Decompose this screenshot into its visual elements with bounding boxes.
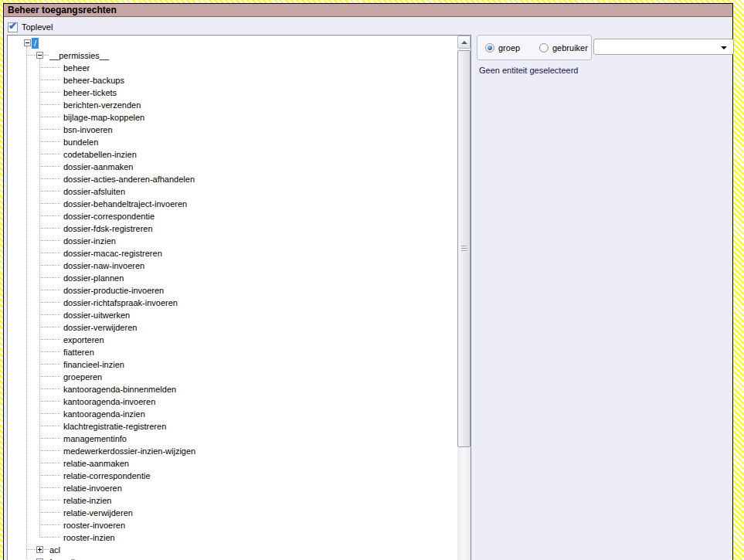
tree-item[interactable]: / [8,37,457,49]
tree-item-label: dossier-afsluiten [63,186,125,197]
scrollbar-grip-icon [461,246,467,252]
tree-item-label: relatie-correspondentie [63,470,151,481]
entity-type-groupbox: groep gebruiker [477,35,592,60]
tree-item-label: rooster-inzien [63,532,115,543]
tree-item[interactable]: dossier-inzien [8,235,457,247]
tree-item-label: exporteren [63,334,104,345]
toplevel-checkbox-row[interactable]: ✔ Toplevel [8,22,53,32]
toplevel-checkbox[interactable]: ✔ [8,22,18,32]
tree-item[interactable]: medewerkerdossier-inzien-wijzigen [8,445,457,457]
tree-item[interactable]: fiatteren [8,346,457,358]
radio-gebruiker[interactable]: gebruiker [539,43,588,53]
tree-item[interactable]: rooster-invoeren [8,519,457,531]
tree-item-label: kantooragenda-invoeren [63,396,155,407]
tree-connector-stub [39,426,60,426]
tree-item[interactable]: managementinfo [8,433,457,445]
tree-item[interactable]: exporteren [8,334,457,346]
tree-item-label: / [32,38,39,49]
tree-item[interactable]: financieel-inzien [8,358,457,371]
tree-connector-stub [39,178,60,179]
tree-item[interactable]: dossier-correspondentie [8,210,457,222]
tree-item[interactable]: relatie-inzien [8,494,457,507]
tree-connector-stub [39,80,60,80]
tree-item[interactable]: bundelen [8,136,457,148]
tree-item-label: dossier-behandeltraject-invoeren [63,199,187,209]
tree-item[interactable]: groeperen [8,371,457,383]
radio-button-icon[interactable] [485,43,494,53]
tree-item-label: dossier-naw-invoeren [63,260,144,271]
tree-item[interactable]: beheer [8,62,457,74]
tree-item-label: codetabellen-inzien [63,149,137,160]
tree-item[interactable]: dossier-acties-anderen-afhandelen [8,173,457,185]
tree-item-label: __permissies__ [49,50,109,61]
tree-item[interactable]: dossier-macac-registreren [8,247,457,260]
tree-item[interactable]: relatie-invoeren [8,482,457,494]
tree-item[interactable]: dossier-aanmaken [8,161,457,173]
tree-item[interactable]: dossier-fdsk-registreren [8,222,457,235]
tree-item-label: berichten-verzenden [63,100,141,110]
tree-connector-stub [39,351,60,352]
tree-item-label: medewerkerdossier-inzien-wijzigen [63,446,195,456]
tree-connector-stub [39,104,60,105]
entity-combobox[interactable] [593,39,734,55]
tree-item[interactable]: dossier-afsluiten [8,185,457,198]
tree-connector-stub [39,203,60,204]
tree-item[interactable]: dossier-behandeltraject-invoeren [8,198,457,210]
tree-item[interactable]: kantooragenda-inzien [8,408,457,420]
scrollbar-up-button[interactable] [457,36,471,49]
tree-connector-stub [39,154,60,154]
tree-connector-stub [39,450,60,451]
tree-item[interactable]: dossier-naw-invoeren [8,260,457,272]
tree-item-label: beheer-tickets [63,87,117,98]
tree-item[interactable]: kantooragenda-invoeren [8,395,457,408]
tree-item[interactable]: dossier-plannen [8,272,457,284]
tree-connector-stub [39,129,60,130]
tree-connector-stub [39,277,60,278]
tree-item[interactable]: relatie-correspondentie [8,470,457,482]
tree-item-label: acl [49,545,60,555]
tree-item[interactable]: dossier-uitwerken [8,309,457,321]
radio-groep[interactable]: groep [485,43,520,53]
tree-item-label: relatie-verwijderen [63,507,133,518]
tree-item[interactable]: acl [8,544,457,556]
tree-item-label: klachtregistratie-registreren [63,421,166,432]
permissions-tree-panel: /__permissies__beheerbeheer-backupsbehee… [7,35,471,560]
tree-connector-stub [39,524,60,525]
tree-item[interactable]: codetabellen-inzien [8,148,457,161]
tree-connector-stub [39,92,60,93]
tree-connector-stub [39,376,60,377]
radio-button-icon[interactable] [539,43,549,53]
tree-connector-stub [39,191,60,192]
tree-item-label: dossier-aanmaken [63,161,134,172]
scrollbar-thumb[interactable] [457,50,471,447]
tree-connector-stub [39,216,60,216]
tree-item[interactable]: beheer-backups [8,74,457,87]
tree-item-label: dossier-verwijderen [63,322,137,333]
tree-item[interactable]: bijlage-map-koppelen [8,111,457,124]
tree-connector-stub [39,364,60,365]
radio-groep-label: groep [498,43,520,53]
tree-item[interactable]: rooster-inzien [8,531,457,544]
tree-connector-stub [39,487,60,488]
tree-item-label: relatie-invoeren [63,483,122,494]
tree-item[interactable]: relatie-aanmaken [8,457,457,470]
tree-item[interactable]: relatie-verwijderen [8,507,457,519]
tree-item[interactable]: berichten-verzenden [8,99,457,111]
tree-item[interactable]: dossier-richtafspraak-invoeren [8,297,457,309]
tree-item[interactable]: beheer-tickets [8,87,457,99]
tree-item[interactable]: dossier-verwijderen [8,321,457,334]
tree-item[interactable]: kantooragenda-binnenmelden [8,383,457,395]
tree-item[interactable]: formulieren [8,556,457,560]
tree-item[interactable]: dossier-productie-invoeren [8,284,457,297]
tree-vertical-scrollbar[interactable] [457,36,471,560]
tree-item[interactable]: bsn-invoeren [8,124,457,136]
tree-item[interactable]: klachtregistratie-registreren [8,420,457,433]
collapse-icon[interactable] [24,39,31,46]
tree-connector-stub [39,512,60,513]
tree-item-label: groeperen [63,372,102,382]
tree-connector-stub [39,240,60,241]
tree-item-label: financieel-inzien [63,359,124,370]
tree-item[interactable]: __permissies__ [8,49,457,62]
collapse-icon[interactable] [36,52,43,59]
expand-icon[interactable] [36,546,43,553]
